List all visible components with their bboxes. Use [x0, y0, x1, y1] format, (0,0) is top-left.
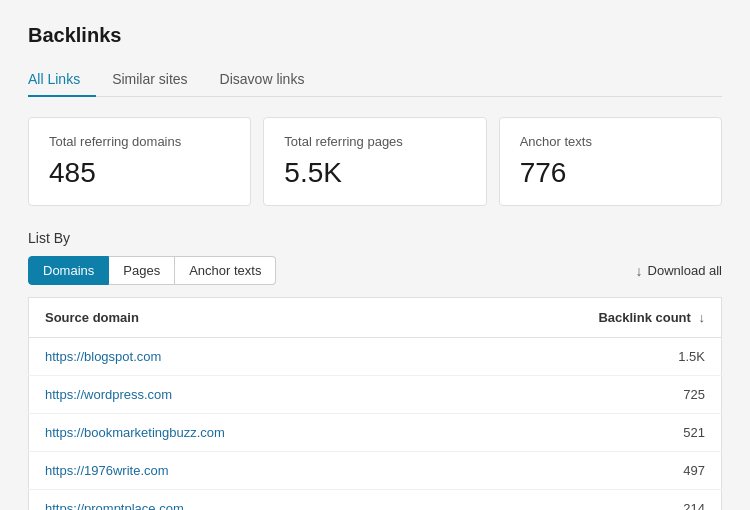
sort-icon: ↓ — [699, 310, 706, 325]
stat-card-referring-pages: Total referring pages 5.5K — [263, 117, 486, 206]
tab-all-links[interactable]: All Links — [28, 63, 96, 97]
stat-label-anchor-texts: Anchor texts — [520, 134, 701, 149]
cell-backlink-count: 521 — [447, 414, 721, 452]
table-row: https://blogspot.com1.5K — [29, 338, 722, 376]
col-header-source-domain: Source domain — [29, 298, 448, 338]
page-title: Backlinks — [28, 24, 722, 47]
cell-domain: https://wordpress.com — [29, 376, 448, 414]
list-controls: Domains Pages Anchor texts ↓ Download al… — [28, 256, 722, 297]
table-row: https://bookmarketingbuzz.com521 — [29, 414, 722, 452]
tabs-nav: All Links Similar sites Disavow links — [28, 63, 722, 97]
cell-backlink-count: 1.5K — [447, 338, 721, 376]
list-section: List By Domains Pages Anchor texts ↓ Dow… — [28, 230, 722, 510]
domain-link[interactable]: https://blogspot.com — [45, 349, 161, 364]
cell-backlink-count: 214 — [447, 490, 721, 511]
domain-link[interactable]: https://1976write.com — [45, 463, 169, 478]
cell-domain: https://1976write.com — [29, 452, 448, 490]
stats-cards: Total referring domains 485 Total referr… — [28, 117, 722, 206]
download-icon: ↓ — [636, 263, 643, 279]
table-row: https://1976write.com497 — [29, 452, 722, 490]
table-row: https://promptplace.com214 — [29, 490, 722, 511]
domain-link[interactable]: https://wordpress.com — [45, 387, 172, 402]
download-label: Download all — [648, 263, 722, 278]
download-all-button[interactable]: ↓ Download all — [636, 263, 722, 279]
stat-value-referring-pages: 5.5K — [284, 157, 465, 189]
filter-btn-pages[interactable]: Pages — [109, 256, 175, 285]
page-container: Backlinks All Links Similar sites Disavo… — [0, 0, 750, 510]
cell-backlink-count: 725 — [447, 376, 721, 414]
col-label-backlink-count: Backlink count — [598, 310, 690, 325]
stat-label-referring-pages: Total referring pages — [284, 134, 465, 149]
stat-card-anchor-texts: Anchor texts 776 — [499, 117, 722, 206]
data-table: Source domain Backlink count ↓ https://b… — [28, 297, 722, 510]
cell-domain: https://blogspot.com — [29, 338, 448, 376]
stat-value-referring-domains: 485 — [49, 157, 230, 189]
stat-value-anchor-texts: 776 — [520, 157, 701, 189]
cell-domain: https://bookmarketingbuzz.com — [29, 414, 448, 452]
filter-btn-domains[interactable]: Domains — [28, 256, 109, 285]
table-header-row: Source domain Backlink count ↓ — [29, 298, 722, 338]
domain-link[interactable]: https://bookmarketingbuzz.com — [45, 425, 225, 440]
filter-buttons: Domains Pages Anchor texts — [28, 256, 276, 285]
tab-similar-sites[interactable]: Similar sites — [96, 63, 203, 97]
tab-disavow-links[interactable]: Disavow links — [204, 63, 321, 97]
stat-card-referring-domains: Total referring domains 485 — [28, 117, 251, 206]
filter-btn-anchor-texts[interactable]: Anchor texts — [175, 256, 276, 285]
stat-label-referring-domains: Total referring domains — [49, 134, 230, 149]
cell-backlink-count: 497 — [447, 452, 721, 490]
col-header-backlink-count[interactable]: Backlink count ↓ — [447, 298, 721, 338]
list-by-label: List By — [28, 230, 722, 246]
cell-domain: https://promptplace.com — [29, 490, 448, 511]
domain-link[interactable]: https://promptplace.com — [45, 501, 184, 510]
table-row: https://wordpress.com725 — [29, 376, 722, 414]
